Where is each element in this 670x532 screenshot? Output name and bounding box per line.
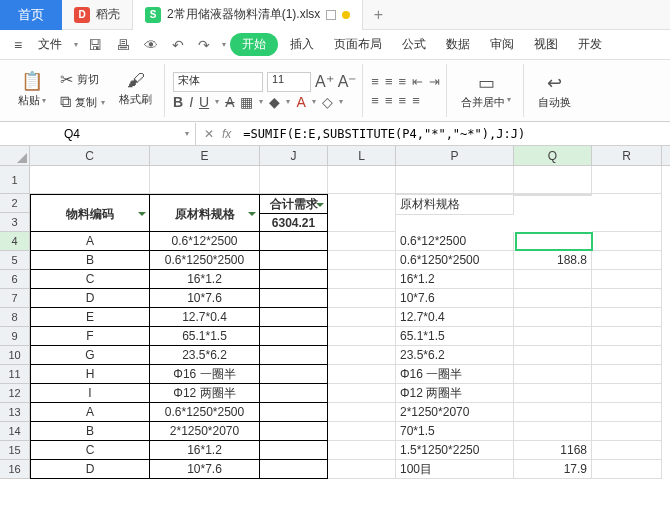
cell[interactable]: 100目 [396,460,514,479]
cell[interactable] [592,422,662,441]
cell[interactable]: 16*1.2 [396,270,514,289]
align-bottom-icon[interactable]: ≡ [399,74,407,89]
cell[interactable]: C [30,441,150,460]
tab-home[interactable]: 首页 [0,0,62,30]
cell[interactable] [328,384,396,403]
cell[interactable] [514,365,592,384]
cell[interactable] [592,251,662,270]
cell[interactable]: 12.7*0.4 [150,308,260,327]
cell[interactable]: 0.6*1250*2500 [150,403,260,422]
col-header-C[interactable]: C [30,146,150,165]
col-header-Q[interactable]: Q [514,146,592,165]
cell[interactable]: 0.6*1250*2500 [150,251,260,270]
cell[interactable]: 原材料规格 [150,194,260,232]
fx-icon[interactable]: fx [222,127,231,141]
cell[interactable]: H [30,365,150,384]
cell[interactable]: A [30,232,150,251]
cell[interactable] [150,166,260,194]
cell[interactable] [514,384,592,403]
window-dot-icon[interactable] [342,11,350,19]
cell[interactable] [260,289,328,308]
cell[interactable]: D [30,289,150,308]
tab-developer[interactable]: 开发 [570,32,610,57]
cell[interactable] [260,365,328,384]
cell[interactable] [328,166,396,194]
indent-decrease-icon[interactable]: ⇤ [412,74,423,89]
cell[interactable] [514,403,592,422]
underline-button[interactable]: U [199,94,209,110]
cell[interactable]: 65.1*1.5 [150,327,260,346]
row-header[interactable]: 11 [0,365,30,384]
col-header-E[interactable]: E [150,146,260,165]
cell[interactable] [328,346,396,365]
cell[interactable]: 6304.21 [260,214,328,233]
cell[interactable]: 2*1250*2070 [150,422,260,441]
col-header-R[interactable]: R [592,146,662,165]
cell[interactable] [592,327,662,346]
cell[interactable] [328,270,396,289]
cell[interactable]: C [30,270,150,289]
row-header[interactable]: 5 [0,251,30,270]
cell[interactable] [260,166,328,194]
align-top-icon[interactable]: ≡ [371,74,379,89]
cell[interactable] [328,289,396,308]
paste-button[interactable]: 📋 粘贴▾ [12,70,52,111]
hamburger-icon[interactable]: ≡ [10,37,26,53]
name-box[interactable]: ▾ [0,123,196,145]
font-name-select[interactable]: 宋体 [173,72,263,92]
cell[interactable]: 23.5*6.2 [396,346,514,365]
row-header[interactable]: 13 [0,403,30,422]
row-header[interactable]: 15 [0,441,30,460]
redo-icon[interactable]: ↷ [196,37,212,53]
cell[interactable] [514,289,592,308]
tab-view[interactable]: 视图 [526,32,566,57]
row-header[interactable]: 7 [0,289,30,308]
cell[interactable] [328,194,396,232]
font-size-select[interactable]: 11 [267,72,311,92]
save-icon[interactable]: 🖫 [86,37,104,53]
cell[interactable] [260,460,328,479]
cell[interactable]: 17.9 [514,460,592,479]
qat-dropdown-icon[interactable]: ▾ [222,40,226,49]
tab-page-layout[interactable]: 页面布局 [326,32,390,57]
cell[interactable] [260,441,328,460]
cell[interactable] [328,441,396,460]
cancel-formula-icon[interactable]: ✕ [204,127,214,141]
row-header[interactable]: 10 [0,346,30,365]
cell[interactable]: 物料编码 [30,194,150,232]
tab-insert[interactable]: 插入 [282,32,322,57]
cell[interactable] [514,232,592,251]
cell[interactable] [514,327,592,346]
fill-color-button[interactable]: ◆ [269,94,280,110]
cell[interactable] [514,270,592,289]
cell[interactable]: 10*7.6 [150,460,260,479]
cell[interactable] [592,308,662,327]
cell[interactable]: B [30,251,150,270]
row-header[interactable]: 9 [0,327,30,346]
cell[interactable] [592,270,662,289]
cell[interactable] [260,270,328,289]
row-header-active[interactable]: 4 [0,232,30,251]
cell[interactable]: 188.8 [514,251,592,270]
cell[interactable] [592,365,662,384]
indent-increase-icon[interactable]: ⇥ [429,74,440,89]
cell[interactable]: 70*1.5 [396,422,514,441]
cell[interactable]: Φ12 两圈半 [150,384,260,403]
cell[interactable] [396,166,514,194]
cell[interactable] [514,195,592,196]
chevron-down-icon[interactable]: ▾ [185,129,189,138]
print-preview-icon[interactable]: 👁 [142,37,160,53]
cell[interactable] [592,194,662,232]
bold-button[interactable]: B [173,94,183,110]
cell[interactable]: D [30,460,150,479]
tab-review[interactable]: 审阅 [482,32,522,57]
auto-wrap-button[interactable]: ↩ 自动换 [532,72,577,110]
cell[interactable]: 1168 [514,441,592,460]
cell[interactable]: 0.6*12*2500 [150,232,260,251]
row-header[interactable]: 16 [0,460,30,479]
file-menu-button[interactable]: 文件 [30,32,70,57]
cell[interactable]: Φ12 两圈半 [396,384,514,403]
cell[interactable] [514,166,592,194]
cell[interactable] [592,166,662,194]
cell[interactable] [514,422,592,441]
